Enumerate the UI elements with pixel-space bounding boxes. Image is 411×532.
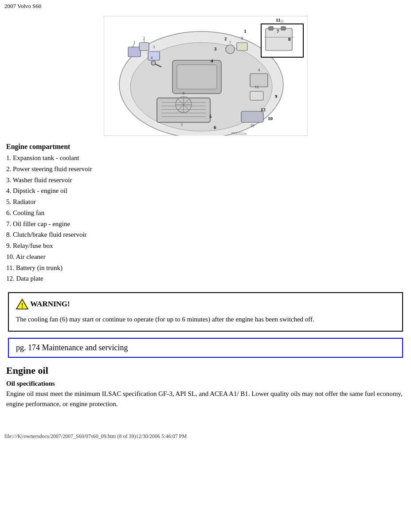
svg-text:11: 11 — [280, 19, 284, 23]
svg-point-17 — [151, 61, 156, 65]
svg-text:9: 9 — [275, 94, 278, 99]
nav-box[interactable]: pg. 174 Maintenance and servicing — [8, 338, 403, 358]
svg-text:8: 8 — [288, 36, 291, 42]
svg-rect-20 — [177, 65, 217, 89]
engine-oil-heading: Engine oil — [6, 365, 405, 376]
svg-text:4: 4 — [211, 58, 213, 63]
svg-text:9: 9 — [258, 68, 260, 72]
svg-text:!: ! — [21, 302, 23, 309]
list-item: 4. Dipstick - engine oil — [6, 185, 405, 196]
list-item: 10. Air cleaner — [6, 251, 405, 262]
footer-text: file:///K|/ownersdocs/2007/2007_S60/07s6… — [4, 433, 187, 439]
svg-rect-37 — [269, 27, 273, 30]
main-content: 5 1 2 3 4 6 7 — [0, 16, 411, 416]
svg-rect-14 — [148, 51, 160, 60]
svg-text:3: 3 — [214, 46, 217, 51]
svg-rect-29 — [237, 43, 247, 51]
svg-text:7: 7 — [229, 40, 231, 45]
svg-text:2: 2 — [224, 36, 227, 41]
page-header: 2007 Volvo S60 — [0, 0, 411, 12]
svg-text:4: 4 — [150, 55, 153, 60]
warning-box: ! WARNING! The cooling fan (6) may start… — [8, 292, 403, 332]
svg-rect-33 — [241, 111, 263, 122]
svg-text:3: 3 — [153, 45, 155, 49]
list-item: 11. Battery (in trunk) — [6, 262, 405, 274]
svg-text:12: 12 — [254, 85, 258, 89]
list-item: 6. Cooling fan — [6, 207, 405, 219]
warning-icon: ! — [16, 298, 28, 310]
list-item: 2. Power steering fluid reservoir — [6, 164, 405, 175]
svg-text:10: 10 — [250, 123, 254, 128]
list-item: 3. Washer fluid reservoir — [6, 175, 405, 186]
list-item: 5. Radiator — [6, 196, 405, 207]
parts-list: 1. Expansion tank - coolant 2. Power ste… — [6, 153, 405, 284]
svg-text:7: 7 — [277, 28, 279, 34]
warning-text: The cooling fan (6) may start or continu… — [16, 314, 395, 325]
page-footer: file:///K|/ownersdocs/2007/2007_S60/07s6… — [0, 430, 411, 442]
svg-text:8: 8 — [241, 36, 243, 40]
svg-text:12: 12 — [261, 107, 266, 112]
oil-specs-text: Engine oil must meet the minimum ILSAC s… — [6, 389, 405, 410]
svg-text:P000322m: P000322m — [231, 132, 247, 136]
svg-rect-38 — [281, 27, 286, 30]
list-item: 1. Expansion tank - coolant — [6, 153, 405, 164]
oil-specs-heading: Oil specifications — [6, 380, 405, 387]
engine-compartment-title: Engine compartment — [6, 143, 405, 151]
diagram-container: 5 1 2 3 4 6 7 — [6, 16, 405, 136]
svg-point-27 — [226, 45, 235, 54]
list-item: 8. Clutch/brake fluid reservoir — [6, 229, 405, 240]
svg-rect-10 — [128, 47, 141, 57]
svg-rect-31 — [250, 74, 268, 87]
list-item: 7. Oil filler cap - engine — [6, 219, 405, 230]
warning-label: WARNING! — [30, 300, 70, 309]
list-item: 9. Relay/fuse box — [6, 240, 405, 251]
svg-rect-12 — [139, 43, 149, 51]
svg-text:11: 11 — [276, 17, 280, 23]
svg-text:10: 10 — [268, 116, 273, 121]
svg-text:5: 5 — [180, 122, 183, 127]
svg-text:5: 5 — [209, 113, 212, 119]
svg-text:6: 6 — [182, 91, 184, 95]
list-item: 12. Data plate — [6, 273, 405, 284]
svg-text:1: 1 — [244, 28, 247, 34]
nav-text: pg. 174 Maintenance and servicing — [16, 343, 128, 352]
warning-header: ! WARNING! — [16, 298, 395, 310]
page-title: 2007 Volvo S60 — [4, 3, 41, 9]
engine-diagram: 5 1 2 3 4 6 7 — [104, 16, 308, 136]
svg-text:6: 6 — [214, 125, 216, 130]
svg-rect-41 — [250, 91, 263, 100]
